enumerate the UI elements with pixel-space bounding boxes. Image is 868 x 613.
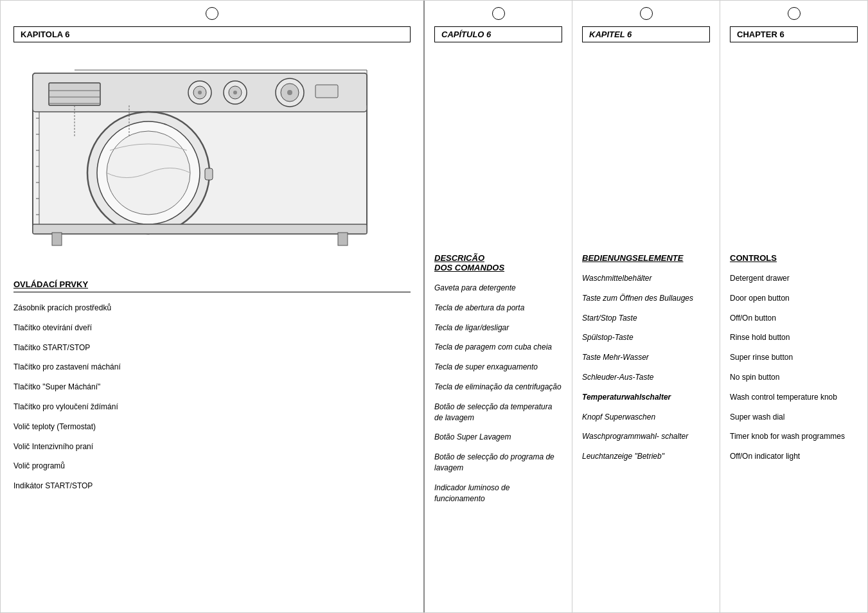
svg-rect-2 <box>49 83 100 105</box>
list-item: Indicador luminoso de funcionamento <box>434 483 562 504</box>
list-item-super-wash: Super wash dial <box>730 412 858 423</box>
spacer-de <box>582 48 710 253</box>
list-item: Tecla de ligar/desligar <box>434 323 562 333</box>
list-item: Tecla de abertura da porta <box>434 303 562 314</box>
list-item: Start/Stop Taste <box>582 313 710 324</box>
col-english: CHAPTER 6 CONTROLS Detergent drawer Door… <box>720 1 867 612</box>
top-marker-en <box>730 7 858 24</box>
svg-rect-15 <box>315 85 338 98</box>
list-item: Off/On button <box>730 313 858 324</box>
section-title-czech: OVLÁDACÍ PRVKY <box>13 280 411 292</box>
chapter-heading-de: KAPITEL 6 <box>582 26 710 42</box>
machine-diagram <box>13 54 411 262</box>
chapter-heading-pt: CAPÍTULO 6 <box>434 26 562 42</box>
list-item: Spülstop-Taste <box>582 332 710 343</box>
list-item: Volič programů <box>13 461 411 472</box>
circle-indicator-de <box>640 7 653 20</box>
list-item: Super rinse button <box>730 352 858 363</box>
list-item: Tecla de paragem com cuba cheia <box>434 342 562 353</box>
section-title-de: BEDIENUNGSELEMENTE <box>582 253 710 263</box>
list-item: Volič teploty (Termostat) <box>13 422 411 432</box>
list-item: Indikátor START/STOP <box>13 481 411 492</box>
list-item: Botão de selecção do programa de lavagem <box>434 452 562 474</box>
top-marker-de <box>582 7 710 24</box>
list-item: Tlačítko pro zastavení máchání <box>13 362 411 373</box>
list-item: Tlačítko START/STOP <box>13 342 411 353</box>
list-item: Tecla de super enxaguamento <box>434 362 562 373</box>
col-portuguese: CAPÍTULO 6 DESCRICÃO DOS COMANDOS Gaveta… <box>425 1 572 612</box>
list-item: Tlačítko "Super Máchání" <box>13 382 411 393</box>
list-item: Waschmittelbehälter <box>582 273 710 284</box>
list-item: Waschprogrammwahl- schalter <box>582 431 710 442</box>
circle-indicator-czech <box>206 7 218 20</box>
list-item: Timer knob for wash programmes <box>730 431 858 442</box>
list-item: Volič Intenzivního praní <box>13 441 411 452</box>
section-title-pt: DESCRICÃO DOS COMANDOS <box>434 253 562 272</box>
list-item: Knopf Superwaschen <box>582 412 710 423</box>
list-item: Leuchtanzeige "Betrieb" <box>582 451 710 462</box>
items-list-en: Detergent drawer Door open button Off/On… <box>730 273 858 462</box>
chapter-heading-en: CHAPTER 6 <box>730 26 858 42</box>
spacer-en <box>730 48 858 253</box>
list-item: Zásobník pracích prostředků <box>13 303 411 314</box>
svg-point-14 <box>287 90 292 95</box>
top-marker-pt <box>434 7 562 24</box>
top-marker-czech <box>13 7 411 24</box>
panel-czech: KAPITOLA 6 <box>1 1 425 612</box>
list-item: Temperaturwahlschalter <box>582 392 710 403</box>
list-item: Rinse hold button <box>730 332 858 343</box>
items-list-czech: Zásobník pracích prostředků Tlačítko ote… <box>13 303 411 492</box>
list-item: No spin button <box>730 372 858 383</box>
svg-point-8 <box>198 91 202 94</box>
svg-rect-24 <box>338 233 348 245</box>
panel-right: CAPÍTULO 6 DESCRICÃO DOS COMANDOS Gaveta… <box>425 1 867 612</box>
list-item: Detergent drawer <box>730 273 858 284</box>
list-item: Tlačítko otevírání dveří <box>13 323 411 333</box>
circle-indicator-pt <box>492 7 505 20</box>
list-item: Taste Mehr-Wasser <box>582 352 710 363</box>
list-item-wash-temp: Wash control temperature knob <box>730 392 858 403</box>
chapter-heading-czech: KAPITOLA 6 <box>13 26 411 42</box>
col-german: KAPITEL 6 BEDIENUNGSELEMENTE Waschmittel… <box>572 1 720 612</box>
circle-indicator-en <box>788 7 801 20</box>
list-item: Off/On indicator light <box>730 451 858 462</box>
list-item: Gaveta para detergente <box>434 283 562 294</box>
list-item: Botão Super Lavagem <box>434 432 562 443</box>
spacer-pt <box>434 48 562 253</box>
list-item: Taste zum Öffnen des Bullauges <box>582 293 710 304</box>
items-list-pt: Gaveta para detergente Tecla de abertura… <box>434 283 562 504</box>
items-list-de: Waschmittelbehälter Taste zum Öffnen des… <box>582 273 710 462</box>
svg-point-11 <box>233 91 237 94</box>
svg-rect-19 <box>205 168 213 180</box>
svg-rect-23 <box>52 233 62 245</box>
page-container: KAPITOLA 6 <box>0 0 868 613</box>
list-item: Schleuder-Aus-Taste <box>582 372 710 383</box>
list-item: Tlačítko pro vyloučení ždímání <box>13 402 411 413</box>
section-title-en: CONTROLS <box>730 253 858 263</box>
svg-rect-22 <box>33 224 367 234</box>
list-item: Tecla de eliminação da centrifugação <box>434 382 562 393</box>
list-item: Door open button <box>730 293 858 304</box>
list-item: Botão de selecção da temperatura de lava… <box>434 402 562 423</box>
